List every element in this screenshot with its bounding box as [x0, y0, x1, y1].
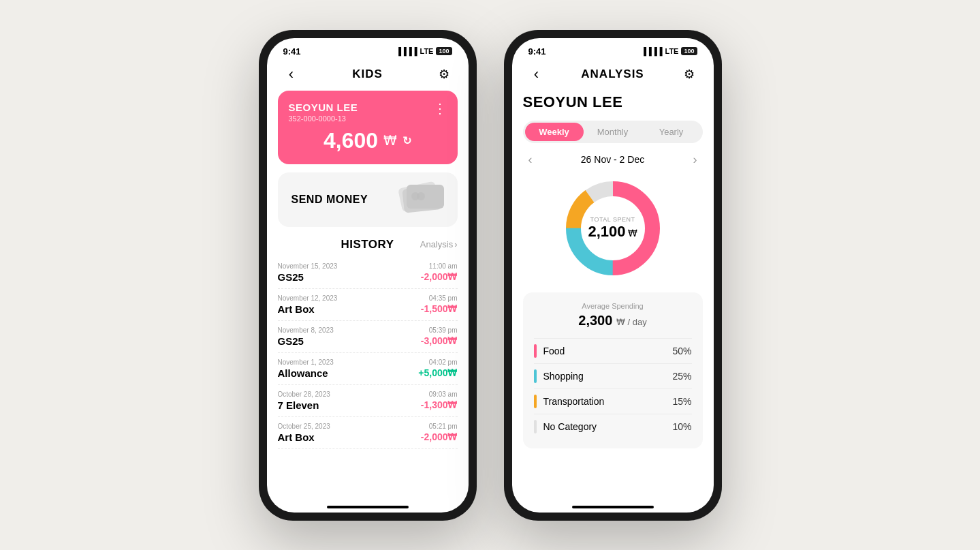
tab-monthly[interactable]: Monthly — [584, 123, 642, 141]
date-next-button[interactable]: › — [688, 153, 703, 167]
chevron-right-icon: › — [454, 239, 457, 249]
balance-amount-display: 4,600 ₩ ↻ — [289, 128, 447, 153]
battery-badge-2: 100 — [681, 47, 697, 55]
battery-badge-1: 100 — [436, 47, 452, 55]
category-left: Food — [534, 344, 565, 358]
history-item[interactable]: November 8, 2023 05:39 pm GS25 -3,000₩ — [278, 321, 458, 353]
history-item[interactable]: October 28, 2023 09:03 am 7 Eleven -1,30… — [278, 385, 458, 417]
history-amount: -1,300₩ — [421, 399, 458, 410]
analysis-user-name: SEOYUN LEE — [523, 91, 703, 111]
category-color-dot — [534, 420, 537, 433]
history-time: 05:39 pm — [429, 326, 458, 334]
nav-bar-2: ‹ ANALYSIS ⚙ — [512, 61, 714, 91]
category-name: Food — [543, 346, 565, 356]
history-amount: -3,000₩ — [421, 335, 458, 346]
status-icons-1: ▐▐▐▐ LTE 100 — [396, 47, 452, 55]
category-item: Shopping 25% — [534, 363, 692, 388]
date-range-label: 26 Nov - 2 Dec — [581, 154, 644, 165]
phone-analysis: 9:41 ▐▐▐▐ LTE 100 ‹ ANALYSIS ⚙ SEOYUN LE… — [504, 30, 722, 521]
date-nav: ‹ 26 Nov - 2 Dec › — [523, 153, 703, 167]
history-merchant: Art Box — [278, 303, 315, 315]
history-item[interactable]: October 25, 2023 05:21 pm Art Box -2,000… — [278, 417, 458, 449]
send-money-label: SEND MONEY — [291, 194, 368, 206]
category-left: Shopping — [534, 369, 584, 383]
donut-amount: 2,100 — [588, 223, 625, 241]
category-color-dot — [534, 369, 537, 383]
balance-currency: ₩ — [383, 132, 397, 149]
history-merchant: 7 Eleven — [278, 399, 319, 411]
history-time: 05:21 pm — [429, 423, 458, 430]
history-date: November 1, 2023 — [278, 358, 334, 366]
date-prev-button[interactable]: ‹ — [523, 153, 538, 167]
lte-label-1: LTE — [420, 47, 434, 55]
history-time: 04:02 pm — [429, 358, 458, 366]
history-date: October 28, 2023 — [278, 391, 330, 398]
history-amount: +5,000₩ — [418, 367, 457, 378]
category-list: Food 50% Shopping 25% Transportation 15%… — [534, 338, 692, 439]
category-percentage: 50% — [672, 346, 691, 356]
status-time-1: 9:41 — [283, 46, 301, 57]
history-merchant: Allowance — [278, 367, 328, 379]
send-money-card[interactable]: SEND MONEY — [278, 172, 458, 227]
status-icons-2: ▐▐▐▐ LTE 100 — [641, 47, 697, 55]
history-amount: -2,000₩ — [421, 431, 458, 442]
category-percentage: 10% — [672, 421, 691, 432]
balance-menu-icon[interactable]: ⋮ — [433, 102, 447, 115]
balance-account: 352-000-0000-13 — [289, 114, 358, 123]
refresh-icon[interactable]: ↻ — [402, 134, 411, 147]
category-item: Food 50% — [534, 338, 692, 363]
period-tabs: Weekly Monthly Yearly — [523, 121, 703, 143]
avg-amount: 2,300 — [578, 313, 612, 328]
category-color-dot — [534, 395, 537, 408]
status-bar-1: 9:41 ▐▐▐▐ LTE 100 — [267, 38, 469, 61]
signal-icon-2: ▐▐▐▐ — [641, 47, 662, 55]
home-indicator-1 — [267, 496, 469, 513]
history-item[interactable]: November 1, 2023 04:02 pm Allowance +5,0… — [278, 353, 458, 385]
category-name: Shopping — [543, 371, 584, 382]
category-item: No Category 10% — [534, 414, 692, 439]
donut-chart: TOTAL SPENT 2,100 ₩ — [558, 174, 667, 283]
history-item[interactable]: November 15, 2023 11:00 am GS25 -2,000₩ — [278, 257, 458, 289]
home-indicator-2 — [512, 496, 714, 513]
balance-card: SEOYUN LEE 352-000-0000-13 ⋮ 4,600 ₩ ↻ — [278, 91, 458, 164]
history-date: November 15, 2023 — [278, 262, 338, 270]
lte-label-2: LTE — [665, 47, 679, 55]
svg-point-4 — [417, 192, 425, 200]
avg-value-display: 2,300 ₩ / day — [534, 313, 692, 329]
scene: 9:41 ▐▐▐▐ LTE 100 ‹ KIDS ⚙ SE — [232, 3, 749, 548]
category-color-dot — [534, 344, 537, 358]
tab-yearly[interactable]: Yearly — [642, 123, 701, 141]
settings-button-1[interactable]: ⚙ — [433, 63, 455, 85]
balance-value: 4,600 — [323, 128, 378, 153]
history-date: November 12, 2023 — [278, 294, 338, 302]
page-title-2: ANALYSIS — [581, 67, 644, 81]
phone1-content: SEOYUN LEE 352-000-0000-13 ⋮ 4,600 ₩ ↻ S… — [267, 91, 469, 496]
donut-chart-container: TOTAL SPENT 2,100 ₩ — [523, 174, 703, 283]
category-left: No Category — [534, 420, 597, 433]
history-amount: -2,000₩ — [421, 271, 458, 282]
phone-kids: 9:41 ▐▐▐▐ LTE 100 ‹ KIDS ⚙ SE — [259, 30, 477, 521]
settings-button-2[interactable]: ⚙ — [678, 63, 700, 85]
back-button-2[interactable]: ‹ — [526, 63, 548, 85]
back-button-1[interactable]: ‹ — [281, 63, 302, 85]
average-card: Average Spending 2,300 ₩ / day Food 50% … — [523, 292, 703, 448]
page-title-1: KIDS — [352, 67, 383, 81]
history-merchant: GS25 — [278, 271, 304, 283]
history-header: HISTORY Analysis › — [278, 238, 458, 251]
history-time: 04:35 pm — [429, 294, 458, 302]
category-name: Transportation — [543, 396, 605, 407]
card-graphic — [390, 178, 451, 221]
phone2-content: SEOYUN LEE Weekly Monthly Yearly ‹ 26 No… — [512, 91, 714, 496]
history-item[interactable]: November 12, 2023 04:35 pm Art Box -1,50… — [278, 289, 458, 321]
analysis-link[interactable]: Analysis › — [420, 239, 458, 249]
category-percentage: 15% — [672, 396, 691, 407]
history-list: November 15, 2023 11:00 am GS25 -2,000₩ … — [278, 257, 458, 449]
category-name: No Category — [543, 421, 597, 432]
avg-unit: ₩ / day — [616, 317, 647, 327]
history-title: HISTORY — [338, 238, 398, 251]
history-date: October 25, 2023 — [278, 423, 330, 430]
nav-bar-1: ‹ KIDS ⚙ — [267, 61, 469, 91]
donut-center: TOTAL SPENT 2,100 ₩ — [588, 216, 637, 241]
tab-weekly[interactable]: Weekly — [525, 123, 584, 141]
avg-label: Average Spending — [534, 302, 692, 310]
